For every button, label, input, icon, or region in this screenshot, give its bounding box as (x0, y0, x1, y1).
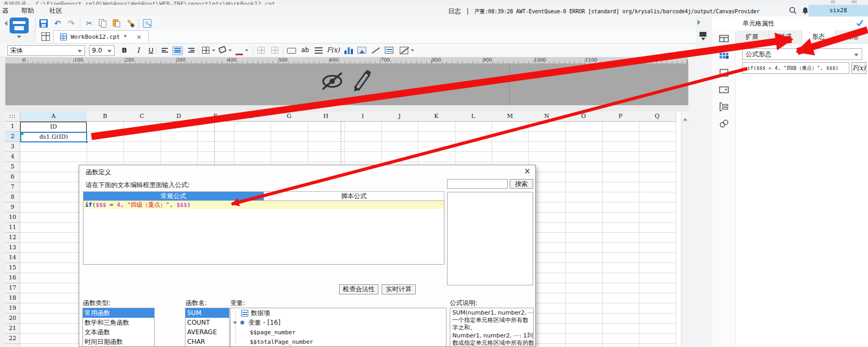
func-name-1[interactable]: COUNT (186, 318, 229, 327)
column-header-J[interactable]: J (381, 112, 418, 122)
chart-insert-icon[interactable] (344, 47, 353, 54)
formula-insert-button[interactable]: F(x) (326, 45, 340, 56)
row-header-5[interactable]: 5 (5, 162, 20, 172)
copy-button[interactable] (98, 19, 108, 28)
column-header-D[interactable]: D (161, 112, 198, 122)
panel-tab-其他[interactable]: 其他 (836, 30, 868, 43)
row-header-22[interactable]: 22 (5, 334, 20, 344)
condition-attributes-icon[interactable] (712, 98, 736, 115)
cell-attributes-icon[interactable] (712, 47, 736, 64)
row-header-14[interactable]: 14 (5, 253, 20, 263)
rich-text-icon[interactable] (315, 47, 323, 54)
search-button[interactable]: 搜索 (510, 179, 533, 189)
func-name-3[interactable]: CHAR (186, 337, 229, 346)
column-header-I[interactable]: I (344, 112, 382, 122)
merge-cells-icon[interactable] (257, 47, 265, 54)
line-insert-icon[interactable] (371, 47, 380, 54)
panel-tab-样式[interactable]: 样式 (769, 30, 803, 43)
func-name-2[interactable]: AVERAGE (186, 327, 229, 337)
align-left-button[interactable] (159, 46, 170, 55)
select-all-corner[interactable] (5, 112, 20, 122)
search-icon[interactable] (789, 6, 797, 15)
menu-clipped[interactable]: 器 (2, 6, 9, 15)
font-color-button[interactable] (235, 45, 243, 56)
font-size-select[interactable]: 9.0 (89, 45, 115, 56)
column-header-H[interactable]: H (308, 112, 345, 122)
search-results-listbox[interactable] (447, 192, 533, 285)
row-header-18[interactable]: 18 (5, 293, 20, 303)
function-name-list[interactable]: SUMCOUNTAVERAGECHAR (185, 308, 230, 347)
func-type-3[interactable]: 时间日期函数 (83, 337, 154, 346)
underline-button[interactable]: U (146, 45, 156, 56)
column-header-O[interactable]: O (565, 112, 602, 122)
column-header-A[interactable]: A (20, 112, 87, 122)
formula-current-line[interactable]: if($$$ = 4, "四级（重点）", $$$) (83, 201, 444, 209)
tree-item[interactable]: ✱变量 - [16] (231, 318, 446, 327)
column-header-L[interactable]: L (455, 112, 492, 122)
func-type-2[interactable]: 文本函数 (83, 327, 154, 337)
check-validity-button[interactable]: 检查合法性 (339, 284, 378, 294)
eye-hidden-icon[interactable] (320, 69, 344, 92)
realtime-calc-button[interactable]: 实时计算 (382, 284, 416, 294)
column-header-F[interactable]: F (234, 112, 271, 122)
align-center-button[interactable] (172, 46, 183, 55)
format-painter-button[interactable] (125, 19, 136, 28)
image-insert-icon[interactable] (357, 47, 366, 54)
column-header-K[interactable]: K (418, 112, 455, 122)
row-header-13[interactable]: 13 (5, 243, 20, 253)
report-template-button[interactable] (10, 18, 29, 33)
collapse-right-icon[interactable] (697, 20, 703, 25)
column-header-C[interactable]: C (123, 112, 161, 122)
func-type-1[interactable]: 数学和三角函数 (83, 318, 154, 327)
row-header-6[interactable]: 6 (5, 172, 20, 182)
cell-A2-selected[interactable]: ds1.G(ID) (20, 132, 87, 142)
column-header-E[interactable]: E (197, 112, 234, 122)
panel-tab-形态[interactable]: 形态 (802, 30, 836, 43)
tab-script-formula[interactable]: 脚本公式 (264, 192, 444, 200)
row-header-partial[interactable] (5, 344, 20, 347)
log-label[interactable]: 日志 (448, 7, 461, 15)
cell-element-icon[interactable] (712, 30, 736, 47)
panel-fx-button[interactable]: F(x) (852, 62, 866, 74)
save-button[interactable] (38, 19, 49, 28)
borders-icon[interactable] (202, 47, 209, 54)
row-header-19[interactable]: 19 (5, 303, 20, 314)
row-header-3[interactable]: 3 (5, 142, 20, 152)
tree-item[interactable]: 数据项 (231, 308, 446, 318)
cell-A1[interactable]: ID (20, 122, 87, 132)
formula-state-select[interactable]: 公式形态 (742, 48, 862, 60)
undo-button[interactable]: ↶ (52, 19, 63, 28)
selection-handle[interactable] (85, 140, 88, 143)
tab-close-icon[interactable]: × (136, 33, 142, 41)
report-style-flag-icon[interactable] (700, 32, 706, 37)
text-search-button[interactable] (142, 19, 153, 28)
tree-item[interactable]: $$totalPage_number (231, 337, 446, 346)
menu-帮助[interactable]: 帮助 (21, 6, 34, 15)
row-header-16[interactable]: 16 (5, 273, 20, 283)
row-header-4[interactable]: 4 (5, 152, 20, 162)
vertical-scrollbar[interactable] (681, 112, 688, 347)
align-right-button[interactable] (186, 46, 197, 55)
column-header-Q[interactable]: Q (639, 112, 676, 122)
borders-dropdown-icon[interactable] (212, 49, 215, 53)
variables-tree[interactable]: 数据项✱变量 - [16]$$page_number$$totalPage_nu… (230, 308, 446, 347)
font-color-dropdown-icon[interactable] (245, 49, 248, 53)
report-block-icon[interactable] (385, 47, 393, 54)
column-header-N[interactable]: N (528, 112, 566, 122)
window-minimize-button[interactable] (831, 1, 835, 3)
user-account-badge[interactable]: six28 (808, 5, 868, 16)
column-header-G[interactable]: G (271, 112, 308, 122)
row-header-15[interactable]: 15 (5, 263, 20, 273)
row-header-1[interactable]: 1 (5, 122, 20, 132)
collapse-left-icon[interactable] (2, 21, 7, 26)
panel-tab-扩展[interactable]: 扩展 (736, 30, 769, 43)
function-search-input[interactable] (447, 179, 508, 189)
unmerge-cells-icon[interactable] (271, 47, 279, 54)
row-header-7[interactable]: 7 (5, 182, 20, 192)
slash-cell-icon[interactable] (400, 47, 408, 54)
template-dropdown-caret-icon[interactable] (17, 36, 21, 40)
float-element-icon[interactable] (712, 64, 736, 81)
row-header-2[interactable]: 2 (5, 132, 20, 142)
italic-button[interactable]: I (133, 45, 144, 56)
tree-item[interactable]: $$page_number (231, 327, 446, 337)
